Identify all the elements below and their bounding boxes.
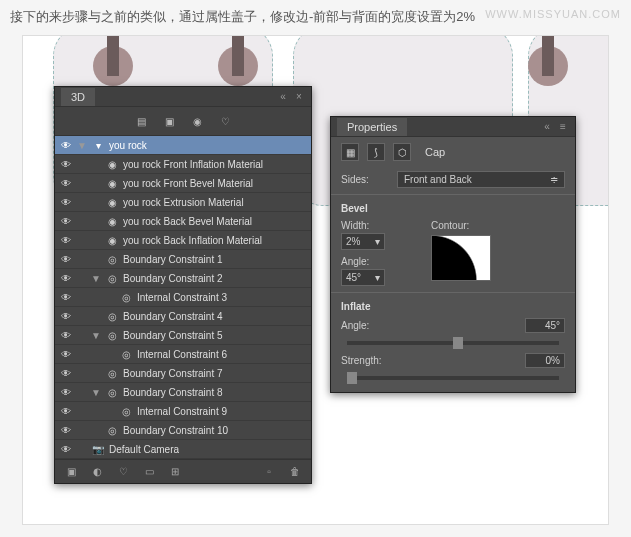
strength-value[interactable]: 0% [525,353,565,368]
filter-scene-icon[interactable]: ▤ [133,113,149,129]
camera-icon[interactable]: ▣ [63,464,79,480]
trash-icon[interactable]: 🗑 [287,464,303,480]
angle-input[interactable]: 45°▾ [341,269,385,286]
tree-row[interactable]: 👁◎Internal Constraint 9 [55,402,311,421]
contour-preview[interactable] [431,235,491,281]
stepper-icon: ▾ [375,272,380,283]
properties-mode-icons: ▦ ⟆ ⬡ Cap [331,137,575,167]
tree-row[interactable]: 👁◎Boundary Constraint 7 [55,364,311,383]
sides-value: Front and Back [404,174,472,185]
visibility-icon[interactable]: 👁 [59,366,73,380]
width-input[interactable]: 2%▾ [341,233,385,250]
inflate-angle-slider[interactable] [347,341,559,345]
filter-light-icon[interactable]: ♡ [217,113,233,129]
inflate-header: Inflate [331,295,575,314]
visibility-icon[interactable]: 👁 [59,309,73,323]
constraint-icon: ◎ [105,309,119,323]
panel-3d-toolbar: ▤ ▣ ◉ ♡ [55,107,311,136]
tree-label: Boundary Constraint 7 [123,368,223,379]
tree-row[interactable]: 👁◎Boundary Constraint 1 [55,250,311,269]
light-icon[interactable]: ♡ [115,464,131,480]
visibility-icon[interactable]: 👁 [59,271,73,285]
tree-label: you rock Front Inflation Material [123,159,263,170]
strength-label: Strength: [341,355,391,366]
material-icon: ◉ [105,214,119,228]
expand-arrow[interactable]: ▼ [77,140,87,151]
visibility-icon[interactable]: 👁 [59,176,73,190]
tree-row[interactable]: 👁◎Boundary Constraint 4 [55,307,311,326]
cap-mode-icon[interactable]: ⬡ [393,143,411,161]
tree-row[interactable]: 👁◎Boundary Constraint 10 [55,421,311,440]
constraint-icon: ◎ [105,252,119,266]
deform-mode-icon[interactable]: ⟆ [367,143,385,161]
mesh-mode-icon[interactable]: ▦ [341,143,359,161]
panel-properties-tab[interactable]: Properties [337,118,407,136]
tree-row[interactable]: 👁📷Default Camera [55,440,311,459]
constraint-icon: ◎ [119,290,133,304]
tree-row[interactable]: 👁◉you rock Extrusion Material [55,193,311,212]
tree-row[interactable]: 👁▼◎Boundary Constraint 8 [55,383,311,402]
tree-label: you rock Back Bevel Material [123,216,252,227]
tree-label: Boundary Constraint 8 [123,387,223,398]
material-icon: ◉ [105,157,119,171]
material-icon: ◉ [105,233,119,247]
constraint-icon: ◎ [105,328,119,342]
tree-row[interactable]: 👁◎Internal Constraint 3 [55,288,311,307]
tree-row[interactable]: 👁◎Internal Constraint 6 [55,345,311,364]
visibility-icon[interactable]: 👁 [59,214,73,228]
tree-row[interactable]: 👁◉you rock Front Inflation Material [55,155,311,174]
expand-arrow[interactable]: ▼ [91,330,101,341]
watermark: WWW.MISSYUAN.COM [485,8,621,20]
visibility-icon[interactable]: 👁 [59,385,73,399]
visibility-icon[interactable]: 👁 [59,328,73,342]
panel-properties-header[interactable]: Properties « ≡ [331,117,575,137]
add-icon[interactable]: ⊞ [167,464,183,480]
constraint-icon: ◎ [105,385,119,399]
visibility-icon[interactable]: 👁 [59,423,73,437]
sides-dropdown[interactable]: Front and Back ≑ [397,171,565,188]
layer-tree: 👁▼▾you rock👁◉you rock Front Inflation Ma… [55,136,311,459]
visibility-icon[interactable]: 👁 [59,233,73,247]
duplicate-icon[interactable]: ▫ [261,464,277,480]
tree-row[interactable]: 👁▼◎Boundary Constraint 5 [55,326,311,345]
constraint-icon: ◎ [105,366,119,380]
mesh-icon: ▾ [91,138,105,152]
close-icon[interactable]: × [293,91,305,103]
collapse-icon[interactable]: « [277,91,289,103]
expand-arrow[interactable]: ▼ [91,387,101,398]
visibility-icon[interactable]: 👁 [59,252,73,266]
visibility-icon[interactable]: 👁 [59,404,73,418]
filter-mesh-icon[interactable]: ▣ [161,113,177,129]
tree-label: you rock [109,140,147,151]
camera-icon: 📷 [91,442,105,456]
collapse-icon[interactable]: « [541,121,553,133]
filter-material-icon[interactable]: ◉ [189,113,205,129]
visibility-icon[interactable]: 👁 [59,347,73,361]
inflate-angle-label: Angle: [341,320,391,331]
panel-3d: 3D « × ▤ ▣ ◉ ♡ 👁▼▾you rock👁◉you rock Fro… [54,86,312,484]
new-icon[interactable]: ▭ [141,464,157,480]
strength-slider[interactable] [347,376,559,380]
material-icon: ◉ [105,176,119,190]
tree-row[interactable]: 👁◉you rock Back Bevel Material [55,212,311,231]
tree-row[interactable]: 👁◉you rock Back Inflation Material [55,231,311,250]
visibility-icon[interactable]: 👁 [59,138,73,152]
visibility-icon[interactable]: 👁 [59,290,73,304]
panel-3d-header[interactable]: 3D « × [55,87,311,107]
tree-label: Boundary Constraint 1 [123,254,223,265]
visibility-icon[interactable]: 👁 [59,195,73,209]
tree-row[interactable]: 👁◉you rock Front Bevel Material [55,174,311,193]
inflate-angle-value[interactable]: 45° [525,318,565,333]
visibility-icon[interactable]: 👁 [59,157,73,171]
render-icon[interactable]: ◐ [89,464,105,480]
tree-label: Boundary Constraint 2 [123,273,223,284]
width-value: 2% [346,236,360,247]
bevel-header: Bevel [331,197,575,216]
tree-row[interactable]: 👁▼▾you rock [55,136,311,155]
visibility-icon[interactable]: 👁 [59,442,73,456]
menu-icon[interactable]: ≡ [557,121,569,133]
tree-label: Default Camera [109,444,179,455]
expand-arrow[interactable]: ▼ [91,273,101,284]
tree-row[interactable]: 👁▼◎Boundary Constraint 2 [55,269,311,288]
panel-3d-tab[interactable]: 3D [61,88,95,106]
